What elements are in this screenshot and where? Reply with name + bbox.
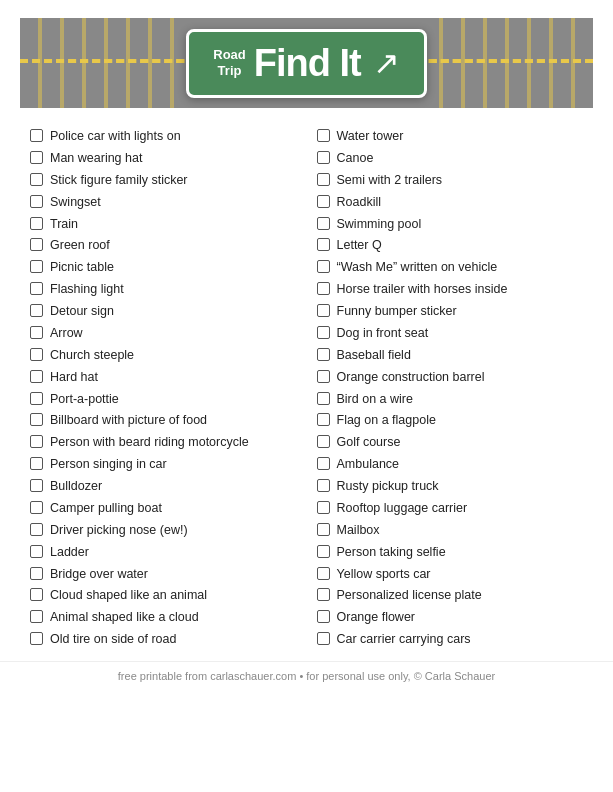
checkbox[interactable]	[30, 173, 43, 186]
checkbox[interactable]	[30, 588, 43, 601]
checkbox[interactable]	[317, 545, 330, 558]
item-label: Rooftop luggage carrier	[337, 500, 468, 517]
checkbox[interactable]	[30, 304, 43, 317]
list-item: Swimming pool	[317, 216, 584, 233]
checkbox[interactable]	[30, 632, 43, 645]
list-item: Detour sign	[30, 303, 297, 320]
item-label: Cloud shaped like an animal	[50, 587, 207, 604]
item-label: Baseball field	[337, 347, 411, 364]
checkbox[interactable]	[317, 392, 330, 405]
checkbox[interactable]	[30, 479, 43, 492]
list-item: Yellow sports car	[317, 566, 584, 583]
checkbox[interactable]	[30, 238, 43, 251]
checkbox[interactable]	[30, 501, 43, 514]
checkbox[interactable]	[317, 304, 330, 317]
checkbox[interactable]	[30, 282, 43, 295]
list-item: Hard hat	[30, 369, 297, 386]
checkbox[interactable]	[317, 457, 330, 470]
list-item: Rusty pickup truck	[317, 478, 584, 495]
checkbox[interactable]	[317, 370, 330, 383]
checkbox[interactable]	[30, 545, 43, 558]
checkbox[interactable]	[30, 326, 43, 339]
checkbox[interactable]	[317, 413, 330, 426]
checkbox[interactable]	[317, 567, 330, 580]
checklist: Police car with lights on Man wearing ha…	[0, 120, 613, 657]
road-dashes-left	[20, 18, 192, 108]
item-label: Animal shaped like a cloud	[50, 609, 199, 626]
list-item: Swingset	[30, 194, 297, 211]
list-item: Train	[30, 216, 297, 233]
checkbox[interactable]	[30, 129, 43, 142]
list-item: Stick figure family sticker	[30, 172, 297, 189]
list-item: Rooftop luggage carrier	[317, 500, 584, 517]
item-label: Police car with lights on	[50, 128, 181, 145]
list-item: Golf course	[317, 434, 584, 451]
checkbox[interactable]	[30, 523, 43, 536]
checkbox[interactable]	[30, 370, 43, 383]
item-label: Person singing in car	[50, 456, 167, 473]
list-item: Arrow	[30, 325, 297, 342]
checkbox[interactable]	[30, 217, 43, 230]
checkbox[interactable]	[317, 173, 330, 186]
road-trip-label: Road Trip	[213, 47, 246, 78]
item-label: Orange flower	[337, 609, 416, 626]
list-item: Animal shaped like a cloud	[30, 609, 297, 626]
find-it-label: Find It	[254, 42, 361, 85]
checkbox[interactable]	[317, 260, 330, 273]
list-item: Horse trailer with horses inside	[317, 281, 584, 298]
checkbox[interactable]	[30, 348, 43, 361]
left-column: Police car with lights on Man wearing ha…	[30, 128, 307, 653]
item-label: Detour sign	[50, 303, 114, 320]
list-item: Baseball field	[317, 347, 584, 364]
checkbox[interactable]	[317, 479, 330, 492]
item-label: Person with beard riding motorcycle	[50, 434, 249, 451]
checkbox[interactable]	[30, 435, 43, 448]
item-label: Yellow sports car	[337, 566, 431, 583]
checkbox[interactable]	[30, 457, 43, 470]
checkbox[interactable]	[317, 151, 330, 164]
list-item: Roadkill	[317, 194, 584, 211]
list-item: Driver picking nose (ew!)	[30, 522, 297, 539]
checkbox[interactable]	[30, 610, 43, 623]
list-item: Semi with 2 trailers	[317, 172, 584, 189]
checkbox[interactable]	[317, 435, 330, 448]
item-label: Funny bumper sticker	[337, 303, 457, 320]
item-label: Mailbox	[337, 522, 380, 539]
list-item: Picnic table	[30, 259, 297, 276]
checkbox[interactable]	[30, 392, 43, 405]
item-label: Water tower	[337, 128, 404, 145]
arrow-icon: ↗	[373, 44, 400, 82]
checkbox[interactable]	[317, 348, 330, 361]
checkbox[interactable]	[317, 610, 330, 623]
checkbox[interactable]	[30, 151, 43, 164]
footer-text: free printable from carlaschauer.com • f…	[118, 670, 495, 682]
checkbox[interactable]	[317, 326, 330, 339]
checkbox[interactable]	[317, 501, 330, 514]
checkbox[interactable]	[317, 217, 330, 230]
item-label: Stick figure family sticker	[50, 172, 188, 189]
checkbox[interactable]	[317, 632, 330, 645]
list-item: Flashing light	[30, 281, 297, 298]
item-label: Orange construction barrel	[337, 369, 485, 386]
list-item: Orange construction barrel	[317, 369, 584, 386]
footer: free printable from carlaschauer.com • f…	[0, 661, 613, 692]
checkbox[interactable]	[30, 567, 43, 580]
list-item: Old tire on side of road	[30, 631, 297, 648]
item-label: Canoe	[337, 150, 374, 167]
item-label: Person taking selfie	[337, 544, 446, 561]
item-label: Ambulance	[337, 456, 400, 473]
checkbox[interactable]	[317, 523, 330, 536]
item-label: Camper pulling boat	[50, 500, 162, 517]
checkbox[interactable]	[30, 260, 43, 273]
item-label: Dog in front seat	[337, 325, 429, 342]
checkbox[interactable]	[317, 282, 330, 295]
checkbox[interactable]	[30, 195, 43, 208]
item-label: Bridge over water	[50, 566, 148, 583]
list-item: Bird on a wire	[317, 391, 584, 408]
list-item: Green roof	[30, 237, 297, 254]
checkbox[interactable]	[317, 588, 330, 601]
checkbox[interactable]	[317, 195, 330, 208]
checkbox[interactable]	[317, 238, 330, 251]
checkbox[interactable]	[317, 129, 330, 142]
checkbox[interactable]	[30, 413, 43, 426]
